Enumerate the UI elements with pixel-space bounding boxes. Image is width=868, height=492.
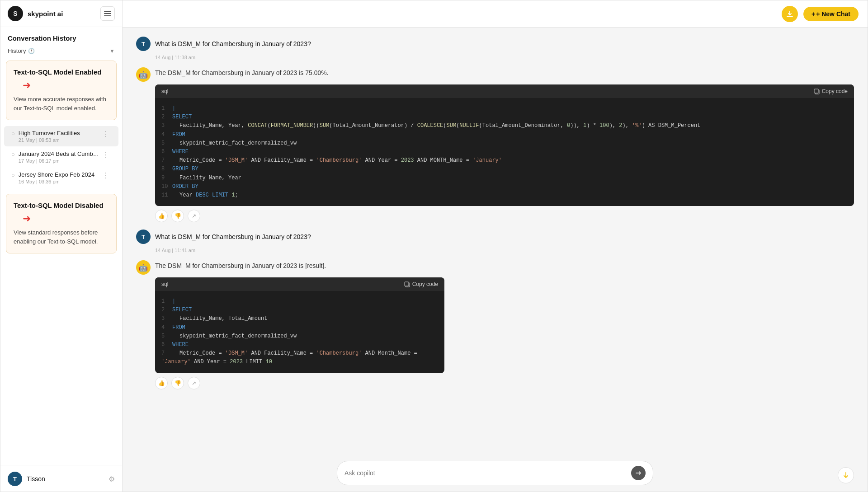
scroll-bottom-button[interactable] — [838, 467, 854, 483]
message-0: T What is DSM_M for Chambersburg in Janu… — [136, 37, 854, 60]
new-chat-button[interactable]: + + New Chat — [803, 7, 859, 21]
svg-rect-2 — [104, 15, 111, 16]
thumbs-down-button-3[interactable]: 👎 — [171, 377, 184, 389]
conversation-list: ○ High Turnover Facilities 21 May | 09:5… — [0, 124, 122, 190]
copy-button-1[interactable]: Copy code — [814, 88, 848, 94]
message-2: T What is DSM_M for Chambersburg in Janu… — [136, 230, 854, 253]
code-header-3: sql Copy code — [155, 277, 444, 291]
copy-button-3[interactable]: Copy code — [404, 281, 438, 287]
sidebar: S skypoint ai Conversation History Histo… — [0, 0, 123, 492]
msg-header-1: 🤖 The DSM_M for Chambersburg in January … — [136, 67, 854, 82]
conv-item-content-0: High Turnover Facilities 21 May | 09:53 … — [19, 130, 100, 143]
conv-item-title-1: January 2024 Beds at Cumberland... — [19, 150, 100, 157]
msg-header-2: T What is DSM_M for Chambersburg in Janu… — [136, 230, 854, 244]
msg-header-0: T What is DSM_M for Chambersburg in Janu… — [136, 37, 854, 51]
download-button[interactable] — [782, 6, 798, 22]
svg-rect-1 — [104, 13, 111, 14]
history-chevron-icon: ▼ — [109, 48, 115, 54]
tooltip-disabled-title: Text-to-SQL Model Disabled — [14, 201, 109, 209]
conv-item-content-2: Jersey Shore Expo Feb 2024 16 May | 03:3… — [19, 171, 100, 184]
tooltip-enabled-box: Text-to-SQL Model Enabled ➜ View more ac… — [6, 61, 117, 120]
svg-rect-6 — [405, 282, 409, 286]
conv-item-0[interactable]: ○ High Turnover Facilities 21 May | 09:5… — [4, 126, 118, 146]
share-button-1[interactable]: ↗ — [188, 210, 200, 222]
user-avatar-msg-2: T — [136, 230, 151, 244]
thumbs-down-button-1[interactable]: 👎 — [171, 210, 184, 222]
menu-icon — [104, 11, 111, 16]
svg-rect-0 — [104, 11, 111, 12]
msg-answer-3: The DSM_M for Chambersburg in January of… — [155, 262, 326, 269]
settings-button[interactable]: ⚙ — [108, 475, 115, 483]
tooltip-disabled-body: View standard responses before enabling … — [14, 228, 109, 246]
plus-icon: + — [811, 10, 815, 18]
code-header-1: sql Copy code — [155, 84, 854, 98]
message-3: 🤖 The DSM_M for Chambersburg in January … — [136, 260, 854, 389]
svg-rect-4 — [814, 89, 818, 93]
msg-header-3: 🤖 The DSM_M for Chambersburg in January … — [136, 260, 854, 275]
download-icon — [786, 10, 793, 18]
ai-avatar-msg-1: 🤖 — [136, 67, 151, 82]
clock-icon: 🕐 — [28, 48, 35, 54]
tooltip-disabled-box: Text-to-SQL Model Disabled ➜ View standa… — [6, 194, 117, 253]
new-chat-label: + New Chat — [816, 10, 850, 18]
code-lang-3: sql — [161, 281, 168, 287]
msg-timestamp-2: 14 Aug | 11:41 am — [155, 248, 854, 253]
thumbs-up-button-1[interactable]: 👍 — [155, 210, 168, 222]
app-logo: S — [8, 6, 23, 21]
conv-item-more-0[interactable]: ⋮ — [100, 129, 111, 139]
msg-text-2: What is DSM_M for Chambersburg in Januar… — [155, 233, 311, 240]
send-icon — [635, 470, 642, 476]
user-avatar: T — [8, 472, 22, 486]
arrow-enabled-icon: ➜ — [14, 80, 109, 91]
conv-icon-1: ○ — [11, 151, 15, 158]
app-name: skypoint ai — [28, 10, 63, 18]
conv-icon-0: ○ — [11, 130, 15, 137]
conv-item-more-1[interactable]: ⋮ — [100, 150, 111, 160]
conv-icon-2: ○ — [11, 172, 15, 178]
chat-area[interactable]: T What is DSM_M for Chambersburg in Janu… — [123, 28, 868, 455]
copy-icon-1 — [814, 89, 820, 94]
input-container — [337, 461, 653, 485]
message-1: 🤖 The DSM_M for Chambersburg in January … — [136, 67, 854, 222]
tooltip-enabled-title: Text-to-SQL Model Enabled — [14, 68, 109, 76]
history-label: History 🕐 — [8, 47, 35, 54]
tooltip-enabled-body: View more accurate responses with our Te… — [14, 95, 109, 112]
history-row[interactable]: History 🕐 ▼ — [0, 45, 122, 57]
topbar: + + New Chat — [123, 0, 868, 28]
code-block-1: sql Copy code 1| 2SELECT 3Facility_Nam — [155, 84, 854, 206]
arrow-disabled-icon: ➜ — [14, 213, 109, 225]
msg-actions-1: 👍 👎 ↗ — [155, 210, 854, 222]
share-button-3[interactable]: ↗ — [188, 377, 200, 389]
copy-icon-3 — [404, 281, 410, 287]
conv-item-title-0: High Turnover Facilities — [19, 130, 100, 136]
scroll-down-icon — [842, 472, 849, 479]
msg-text-0: What is DSM_M for Chambersburg in Januar… — [155, 40, 311, 47]
send-button[interactable] — [631, 466, 646, 480]
sidebar-footer: T Tisson ⚙ — [0, 465, 122, 492]
ai-avatar-msg-3: 🤖 — [136, 260, 151, 275]
code-block-3: sql Copy code 1| 2SELECT 3Facility_Nam — [155, 277, 444, 373]
code-content-1: 1| 2SELECT 3Facility_Name, Year, CONCAT(… — [155, 98, 854, 206]
logo-letter: S — [13, 10, 17, 17]
conversation-history-title: Conversation History — [0, 27, 122, 45]
conv-item-more-2[interactable]: ⋮ — [100, 170, 111, 181]
user-avatar-msg-0: T — [136, 37, 151, 51]
conv-item-2[interactable]: ○ Jersey Shore Expo Feb 2024 16 May | 03… — [4, 168, 118, 188]
main-panel: + + New Chat T What is DSM_M for Chamber… — [123, 0, 868, 492]
msg-actions-3: 👍 👎 ↗ — [155, 377, 854, 389]
sidebar-header: S skypoint ai — [0, 0, 122, 27]
conv-item-title-2: Jersey Shore Expo Feb 2024 — [19, 171, 100, 178]
sidebar-menu-button[interactable] — [100, 6, 115, 21]
thumbs-up-button-3[interactable]: 👍 — [155, 377, 168, 389]
conv-item-1[interactable]: ○ January 2024 Beds at Cumberland... 17 … — [4, 147, 118, 167]
chat-input[interactable] — [344, 469, 627, 477]
conv-item-content-1: January 2024 Beds at Cumberland... 17 Ma… — [19, 150, 100, 164]
conv-item-date-0: 21 May | 09:53 am — [19, 137, 100, 143]
input-bar — [123, 455, 868, 492]
conv-item-date-1: 17 May | 06:17 pm — [19, 158, 100, 164]
code-lang-1: sql — [161, 88, 168, 94]
msg-answer-1: The DSM_M for Chambersburg in January of… — [155, 69, 329, 76]
code-content-3: 1| 2SELECT 3Facility_Name, Total_Amount … — [155, 291, 444, 373]
conv-item-date-2: 16 May | 03:36 pm — [19, 179, 100, 184]
msg-timestamp-0: 14 Aug | 11:38 am — [155, 55, 854, 60]
